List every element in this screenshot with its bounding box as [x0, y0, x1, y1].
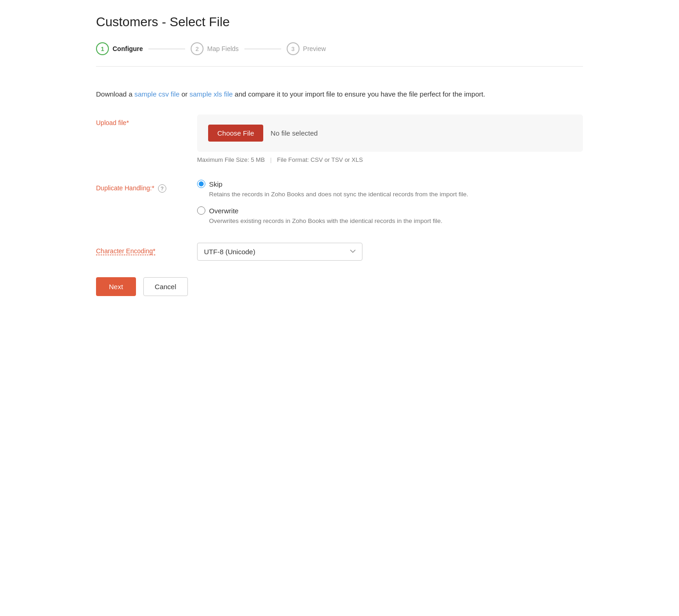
skip-option: Skip Retains the records in Zoho Books a… [197, 180, 583, 199]
intro-text: Download a sample csv file or sample xls… [96, 89, 583, 100]
upload-label: Upload file* [96, 114, 197, 126]
encoding-row: Character Encoding* UTF-8 (Unicode) UTF-… [96, 243, 583, 261]
file-constraints: Maximum File Size: 5 MB | File Format: C… [197, 156, 583, 163]
step-3-circle: 3 [287, 42, 300, 55]
cancel-button[interactable]: Cancel [143, 277, 188, 296]
choose-file-button[interactable]: Choose File [208, 125, 263, 142]
step-configure: 1 Configure [96, 42, 143, 55]
content-area: Download a sample csv file or sample xls… [96, 81, 583, 296]
step-connector-2 [244, 49, 281, 49]
no-file-text: No file selected [271, 129, 318, 137]
duplicate-row: Duplicate Handling:* ? Skip Retains the … [96, 180, 583, 226]
skip-radio-input[interactable] [197, 180, 205, 188]
action-row: Next Cancel [96, 277, 583, 296]
help-icon[interactable]: ? [158, 184, 166, 193]
encoding-content: UTF-8 (Unicode) UTF-16 (Unicode) ISO-885… [197, 243, 583, 261]
next-button[interactable]: Next [96, 277, 136, 296]
step-map-fields: 2 Map Fields [191, 42, 238, 55]
duplicate-content: Skip Retains the records in Zoho Books a… [197, 180, 583, 226]
overwrite-radio-label[interactable]: Overwrite [197, 206, 583, 215]
step-connector-1 [148, 49, 185, 49]
duplicate-label: Duplicate Handling:* ? [96, 180, 197, 193]
skip-radio-label[interactable]: Skip [197, 180, 583, 188]
step-preview: 3 Preview [287, 42, 326, 55]
sample-xls-link[interactable]: sample xls file [189, 90, 232, 98]
encoding-label: Character Encoding* [96, 243, 197, 255]
duplicate-radio-group: Skip Retains the records in Zoho Books a… [197, 180, 583, 226]
step-2-label: Map Fields [207, 45, 238, 52]
step-3-label: Preview [303, 45, 326, 52]
page-title: Customers - Select File [96, 15, 583, 29]
upload-row: Upload file* Choose File No file selecte… [96, 114, 583, 163]
encoding-select[interactable]: UTF-8 (Unicode) UTF-16 (Unicode) ISO-885… [197, 243, 362, 261]
skip-label: Skip [209, 180, 222, 188]
file-upload-box: Choose File No file selected [197, 114, 583, 152]
step-2-circle: 2 [191, 42, 204, 55]
upload-content: Choose File No file selected Maximum Fil… [197, 114, 583, 163]
skip-description: Retains the records in Zoho Books and do… [209, 190, 583, 199]
step-1-label: Configure [113, 45, 143, 52]
step-1-circle: 1 [96, 42, 109, 55]
overwrite-option: Overwrite Overwrites existing records in… [197, 206, 583, 226]
overwrite-label: Overwrite [209, 207, 238, 215]
page-container: Customers - Select File 1 Configure 2 Ma… [78, 0, 601, 616]
sample-csv-link[interactable]: sample csv file [134, 90, 179, 98]
overwrite-description: Overwrites existing records in Zoho Book… [209, 217, 583, 226]
overwrite-radio-input[interactable] [197, 206, 205, 215]
stepper: 1 Configure 2 Map Fields 3 Preview [96, 42, 583, 67]
